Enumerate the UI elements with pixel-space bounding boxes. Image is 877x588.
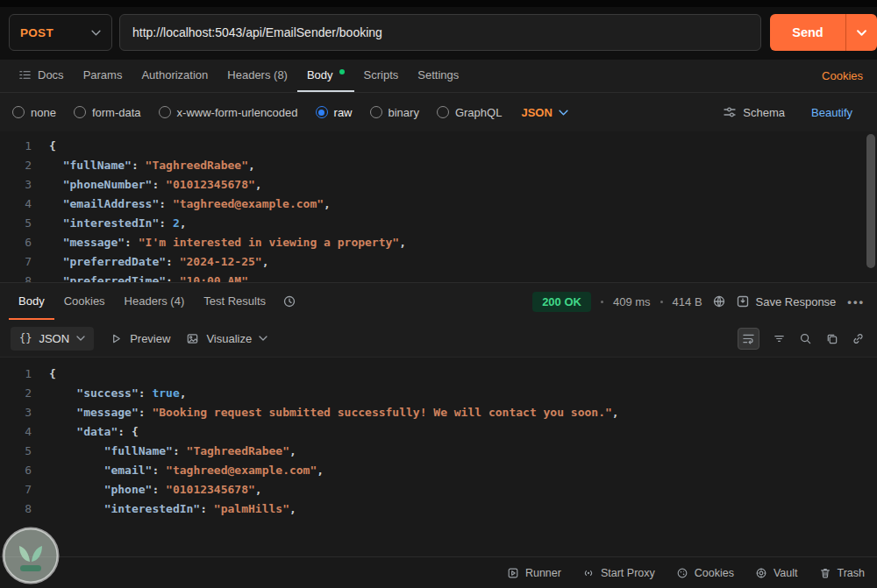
format-label: JSON bbox=[39, 332, 69, 345]
beautify-link[interactable]: Beautify bbox=[811, 106, 852, 119]
radio-label: form-data bbox=[92, 106, 141, 119]
filter-icon[interactable] bbox=[773, 332, 786, 345]
response-history-button[interactable] bbox=[275, 283, 303, 320]
link-icon[interactable] bbox=[852, 332, 865, 345]
line-number: 1 bbox=[0, 365, 32, 384]
code-text: "message": "I'm interested in viewing a … bbox=[49, 233, 406, 252]
cookies-link[interactable]: Cookies bbox=[816, 60, 868, 92]
vault-icon bbox=[755, 567, 767, 579]
vault-button[interactable]: Vault bbox=[755, 567, 798, 579]
radio-label: x-www-form-urlencoded bbox=[177, 106, 298, 119]
response-tab-test-results[interactable]: Test Results bbox=[194, 283, 275, 320]
response-tab-headers[interactable]: Headers (4) bbox=[115, 283, 195, 320]
trash-button[interactable]: Trash bbox=[819, 567, 866, 579]
request-body-editor[interactable]: 1{2 "fullName": "TaghreedRabee",3 "phone… bbox=[0, 131, 877, 282]
code-text: "data": { bbox=[49, 422, 139, 442]
radio-icon bbox=[74, 106, 86, 118]
bodytype-form-data[interactable]: form-data bbox=[74, 106, 141, 119]
tab-label: Body bbox=[18, 294, 45, 308]
bodytype-raw[interactable]: raw bbox=[316, 106, 353, 119]
body-modified-dot bbox=[339, 69, 345, 74]
response-meta: 200 OK 409 ms 414 B Save Response ••• bbox=[532, 283, 868, 320]
bodytype-binary[interactable]: binary bbox=[370, 106, 419, 119]
bodytype-urlencoded[interactable]: x-www-form-urlencoded bbox=[159, 106, 298, 119]
start-proxy-button[interactable]: Start Proxy bbox=[582, 567, 655, 579]
response-time: 409 ms bbox=[613, 295, 651, 308]
dot-separator bbox=[660, 301, 663, 303]
request-editor-scrollbar[interactable] bbox=[866, 134, 875, 280]
docs-icon bbox=[18, 68, 32, 81]
code-line: 6 "message": "I'm interested in viewing … bbox=[0, 233, 877, 252]
send-button-group: Send bbox=[770, 14, 877, 51]
response-tab-body[interactable]: Body bbox=[9, 283, 54, 320]
line-number: 6 bbox=[0, 461, 32, 480]
api-client-app: POST Send Docs Params Authorization bbox=[0, 0, 877, 588]
line-number: 5 bbox=[0, 214, 32, 233]
cookies-button[interactable]: Cookies bbox=[676, 567, 734, 579]
code-line: 8 "preferredTime": "10:00 AM" bbox=[0, 272, 877, 282]
method-dropdown[interactable]: POST bbox=[9, 14, 112, 51]
save-response-label: Save Response bbox=[756, 295, 837, 308]
line-number: 2 bbox=[0, 156, 32, 175]
tab-headers[interactable]: Headers (8) bbox=[217, 60, 297, 92]
save-response-button[interactable]: Save Response bbox=[736, 294, 837, 308]
network-globe-icon[interactable] bbox=[712, 294, 726, 308]
search-icon[interactable] bbox=[799, 332, 812, 345]
url-input[interactable] bbox=[132, 25, 748, 39]
wrap-text-icon[interactable] bbox=[738, 328, 759, 350]
radio-icon bbox=[370, 106, 382, 118]
tab-params[interactable]: Params bbox=[74, 60, 132, 92]
scrollbar-thumb[interactable] bbox=[866, 134, 875, 268]
tab-label: Scripts bbox=[364, 68, 399, 81]
tab-label: Test Results bbox=[203, 294, 266, 308]
code-line: 4 "data": { bbox=[0, 422, 877, 442]
radio-icon bbox=[159, 106, 171, 118]
tab-scripts[interactable]: Scripts bbox=[354, 60, 409, 92]
url-field-wrap bbox=[119, 14, 761, 51]
tabs-spacer bbox=[468, 60, 816, 92]
schema-button[interactable]: Schema bbox=[723, 105, 785, 119]
more-options-icon[interactable]: ••• bbox=[845, 295, 865, 308]
response-format-dropdown[interactable]: {} JSON bbox=[11, 327, 94, 351]
code-text: { bbox=[49, 365, 56, 384]
code-text: "fullName": "TaghreedRabee", bbox=[49, 156, 255, 175]
tab-authorization[interactable]: Authorization bbox=[132, 60, 217, 92]
tab-body[interactable]: Body bbox=[297, 60, 354, 92]
visualize-label: Visualize bbox=[206, 332, 252, 345]
code-line: 7 "preferredDate": "2024-12-25", bbox=[0, 252, 877, 272]
line-number: 2 bbox=[0, 384, 32, 403]
code-line: 5 "interestedIn": 2, bbox=[0, 214, 877, 233]
line-number: 4 bbox=[0, 422, 32, 442]
tab-label: Authorization bbox=[141, 68, 208, 81]
tab-label: Body bbox=[307, 68, 333, 81]
response-body-viewer[interactable]: 1{2 "success": true,3 "message": "Bookin… bbox=[0, 357, 877, 556]
code-text: { bbox=[49, 137, 56, 156]
radio-label: GraphQL bbox=[455, 106, 502, 119]
visualize-button[interactable]: Visualize bbox=[186, 332, 267, 345]
response-tab-cookies[interactable]: Cookies bbox=[54, 283, 115, 320]
radio-icon bbox=[437, 106, 449, 118]
language-dropdown[interactable]: JSON bbox=[521, 106, 567, 119]
tab-settings[interactable]: Settings bbox=[408, 60, 468, 92]
preview-button[interactable]: Preview bbox=[110, 332, 170, 345]
runner-button[interactable]: Runner bbox=[507, 567, 561, 579]
line-number: 3 bbox=[0, 403, 32, 422]
code-text: "phone": "01012345678", bbox=[49, 480, 262, 499]
request-body-code: 1{2 "fullName": "TaghreedRabee",3 "phone… bbox=[0, 137, 877, 282]
code-text: "emailAddress": "taghreed@example.com", bbox=[49, 195, 331, 214]
tab-label: Cookies bbox=[64, 294, 105, 308]
footer-status-bar: Runner Start Proxy Cookies Vault Trash bbox=[0, 556, 877, 588]
tab-docs[interactable]: Docs bbox=[9, 60, 74, 92]
response-size: 414 B bbox=[673, 295, 702, 308]
code-text: "success": true, bbox=[49, 384, 187, 403]
copy-icon[interactable] bbox=[825, 332, 838, 345]
response-panel: Body Cookies Headers (4) Test Results 20… bbox=[0, 282, 877, 556]
response-body-code: 1{2 "success": true,3 "message": "Bookin… bbox=[0, 365, 877, 519]
send-options-button[interactable] bbox=[845, 14, 877, 51]
send-button[interactable]: Send bbox=[770, 14, 845, 51]
response-toolbar-icons bbox=[738, 328, 866, 350]
body-type-bar: none form-data x-www-form-urlencoded raw… bbox=[0, 93, 877, 131]
bodytype-graphql[interactable]: GraphQL bbox=[437, 106, 502, 119]
bodytype-none[interactable]: none bbox=[12, 106, 56, 119]
play-icon bbox=[110, 332, 123, 345]
